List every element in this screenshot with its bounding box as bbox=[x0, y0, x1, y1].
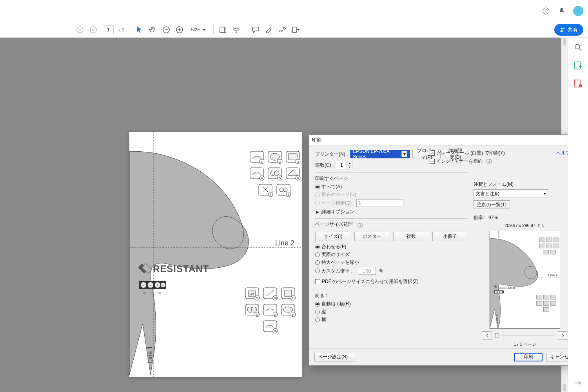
comment-icon[interactable] bbox=[252, 26, 260, 34]
more-options-toggle[interactable]: ▶詳細オプション bbox=[316, 209, 468, 215]
svg-rect-12 bbox=[292, 27, 296, 33]
export-pdf-icon[interactable] bbox=[574, 61, 583, 70]
svg-text:NC: NC bbox=[151, 292, 154, 294]
cancel-button[interactable]: キャンセル bbox=[546, 353, 568, 361]
svg-point-59 bbox=[283, 188, 287, 192]
page-total: / 1 bbox=[119, 27, 124, 33]
svg-text:4: 4 bbox=[261, 176, 263, 180]
svg-text:Line 2: Line 2 bbox=[548, 273, 557, 277]
copies-input[interactable] bbox=[336, 161, 347, 169]
svg-point-97 bbox=[497, 291, 500, 293]
pages-all-radio[interactable]: すべて(A) bbox=[315, 183, 468, 190]
chevron-down-icon: ▾ bbox=[544, 191, 546, 196]
page-number-input[interactable] bbox=[103, 25, 114, 34]
annot-select[interactable]: 文書と注釈▾ bbox=[474, 189, 548, 198]
svg-text:Line 1: Line 1 bbox=[147, 346, 153, 363]
printer-label: プリンター(N) : bbox=[315, 151, 348, 158]
tab-booklet[interactable]: 小冊子 bbox=[432, 232, 468, 241]
savetoner-checkbox[interactable]: ✓インク / トナーを節約ⓘ bbox=[430, 158, 492, 165]
create-pdf-icon[interactable]: + bbox=[574, 79, 583, 88]
svg-rect-104 bbox=[554, 244, 559, 248]
print-dialog: 印刷 ヘルプ(H) プリンター(N) : EPSON EP-705A Serie… bbox=[309, 134, 568, 366]
copies-stepper[interactable]: ▲▼ bbox=[336, 161, 352, 169]
bell-icon[interactable] bbox=[557, 7, 566, 15]
info-icon[interactable]: ⓘ bbox=[486, 159, 492, 164]
hand-icon[interactable] bbox=[149, 26, 157, 34]
app-titlebar: ? bbox=[0, 0, 588, 22]
pages-section-title: 印刷するページ bbox=[315, 175, 468, 182]
pages-current-radio[interactable]: 現在のページ(U) bbox=[315, 191, 468, 198]
svg-point-37 bbox=[270, 153, 279, 160]
tab-poster[interactable]: ポスター bbox=[354, 232, 390, 241]
share-button[interactable]: 共有 bbox=[554, 24, 583, 36]
pointer-icon[interactable] bbox=[136, 26, 143, 34]
step-up-icon[interactable]: ▲ bbox=[347, 161, 352, 165]
svg-text:1: 1 bbox=[261, 160, 263, 163]
page-setup-button[interactable]: ページ設定(S)... bbox=[314, 353, 355, 361]
help-icon[interactable]: ? bbox=[542, 7, 550, 15]
svg-point-3 bbox=[90, 27, 96, 33]
chevron-down-icon: ▾ bbox=[401, 151, 407, 157]
orient-auto-radio[interactable]: 自動縦 / 横(R) bbox=[315, 301, 468, 307]
highlight-icon[interactable] bbox=[265, 26, 273, 34]
zoom-out-icon[interactable] bbox=[162, 26, 170, 34]
svg-rect-106 bbox=[550, 250, 555, 254]
dialog-title: 印刷 bbox=[312, 137, 321, 143]
paper-dimensions: 209.97 x 296.97 ミリ bbox=[474, 223, 568, 229]
svg-rect-105 bbox=[543, 250, 548, 254]
chevron-down-icon bbox=[203, 29, 206, 31]
expand-rail-icon[interactable] bbox=[574, 379, 583, 387]
zoom-in-icon[interactable] bbox=[176, 26, 183, 34]
right-rail: + + bbox=[568, 38, 588, 392]
grayscale-checkbox[interactable]: ✓グレースケール (白黒) で印刷(Y) bbox=[430, 150, 505, 156]
page-up-icon[interactable] bbox=[76, 26, 84, 34]
preview-next-button[interactable]: > bbox=[558, 331, 568, 340]
search-icon[interactable]: + bbox=[574, 43, 583, 52]
svg-rect-99 bbox=[540, 238, 545, 242]
svg-rect-109 bbox=[550, 295, 556, 299]
zoom-select[interactable]: 50% bbox=[189, 26, 208, 34]
choose-paper-checkbox[interactable]: PDF のページサイズに合わせて用紙を選択(Z) bbox=[315, 278, 419, 285]
actual-radio[interactable]: 実際のサイズ bbox=[315, 251, 468, 258]
signature-icon[interactable] bbox=[278, 26, 286, 34]
orient-port-radio[interactable]: 縦 bbox=[315, 309, 468, 315]
svg-text:$: $ bbox=[157, 284, 158, 287]
svg-point-98 bbox=[500, 291, 503, 293]
document-canvas[interactable]: Line 2 Line 1 RESISTANT cc • $ = bbox=[0, 38, 568, 392]
pages-range-input[interactable] bbox=[356, 199, 403, 207]
page-down-icon[interactable] bbox=[89, 26, 97, 34]
svg-point-14 bbox=[563, 28, 564, 29]
tab-multi[interactable]: 複数 bbox=[393, 232, 429, 241]
step-down-icon[interactable]: ▼ bbox=[347, 165, 352, 169]
preview-slider[interactable] bbox=[495, 335, 555, 336]
print-button[interactable]: 印刷 bbox=[514, 353, 543, 361]
export-icon[interactable] bbox=[292, 26, 299, 34]
custom-scale-input[interactable] bbox=[358, 267, 376, 275]
svg-rect-11 bbox=[234, 29, 239, 30]
info-icon[interactable]: ⓘ bbox=[358, 223, 363, 228]
scroll-mode-icon[interactable] bbox=[232, 26, 240, 34]
svg-text:2: 2 bbox=[279, 160, 281, 163]
fit-radio[interactable]: 合わせる(F) bbox=[315, 243, 468, 250]
svg-rect-113 bbox=[543, 307, 549, 312]
avatar[interactable] bbox=[573, 6, 583, 16]
svg-text:9: 9 bbox=[256, 296, 258, 300]
toolbar: / 1 50% 共有 bbox=[0, 22, 588, 38]
fit-width-icon[interactable] bbox=[219, 26, 227, 34]
annot-list-button[interactable]: 注釈の一覧(T) bbox=[474, 200, 510, 209]
custom-scale-radio[interactable]: カスタム倍率 : % bbox=[315, 267, 468, 275]
svg-text:+: + bbox=[580, 44, 582, 47]
share-label: 共有 bbox=[568, 26, 578, 33]
shrink-radio[interactable]: 特大ページを縮小 bbox=[315, 259, 468, 266]
pages-range-radio[interactable]: ページ指定(G) bbox=[315, 199, 468, 207]
svg-rect-9 bbox=[220, 27, 225, 33]
size-section-title: ページサイズ処理 bbox=[315, 221, 353, 228]
svg-point-2 bbox=[77, 27, 83, 33]
preview-prev-button[interactable]: < bbox=[482, 331, 492, 340]
orient-title: 向き : bbox=[315, 292, 468, 299]
triangle-right-icon: ▶ bbox=[316, 210, 319, 214]
svg-point-76 bbox=[251, 307, 257, 312]
tab-size[interactable]: サイズ(I) bbox=[315, 232, 351, 241]
printer-select[interactable]: EPSON EP-705A Series ▾ bbox=[350, 150, 410, 158]
orient-land-radio[interactable]: 横 bbox=[315, 316, 468, 323]
